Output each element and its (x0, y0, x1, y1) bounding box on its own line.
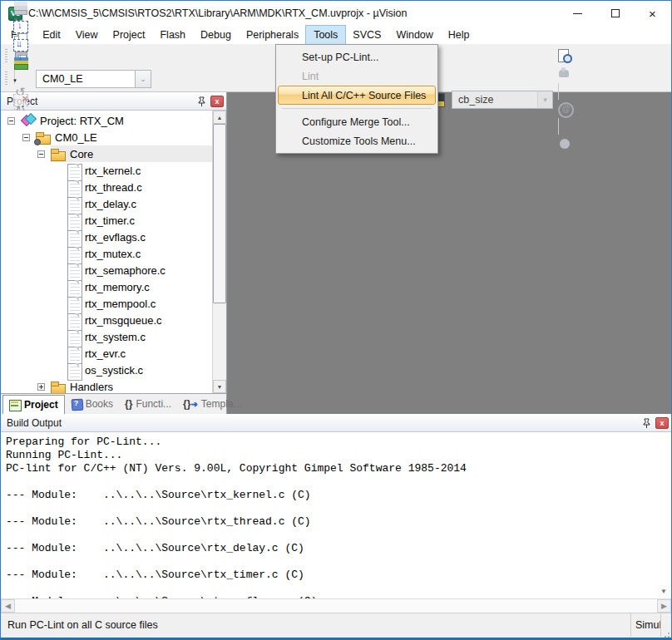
output-line (6, 475, 666, 489)
tab-project[interactable]: Project (2, 395, 65, 414)
tree-item-project-rtx-cm[interactable]: Project: RTX_CM (1, 112, 212, 129)
menu-peripherals[interactable]: Peripherals (239, 26, 306, 44)
gear-icon (34, 139, 41, 145)
output-line: --- Module: ..\..\..\Source\rtx_delay.c … (6, 542, 666, 555)
file-icon (66, 214, 81, 227)
menu-edit[interactable]: Edit (35, 26, 68, 44)
tree-item-rtx-evflags-c[interactable]: rtx_evflags.c (1, 229, 212, 245)
project-panel-close-button[interactable]: x (210, 96, 224, 107)
pin-icon[interactable] (639, 416, 654, 430)
toolbar-drag-handle[interactable] (5, 71, 7, 86)
tree-item-cm0-le[interactable]: CM0_LE (1, 129, 212, 145)
menu-flash[interactable]: Flash (152, 26, 193, 44)
build-icon (12, 18, 29, 33)
build-button[interactable] (11, 17, 31, 35)
tree-item-body: rtx_kernel.c (66, 162, 146, 179)
minimize-button[interactable] (559, 1, 596, 26)
close-button[interactable]: × (634, 1, 671, 26)
scroll-down-icon[interactable]: ▼ (213, 380, 226, 393)
menu-item-lint-all-c-c-source-files[interactable]: Lint All C/C++ Source Files (278, 86, 436, 105)
tree-item-handlers[interactable]: Handlers (1, 378, 212, 393)
file-icon (66, 230, 81, 244)
rebuild-button[interactable] (11, 35, 31, 53)
find-in-files-icon (556, 48, 573, 63)
tab-functi-[interactable]: {}Functi... (119, 394, 177, 414)
output-line: Preparing for PC-Lint... (6, 436, 666, 449)
uvision-window: V5 C:\W\CMSIS_5\CMSIS\RTOS2\RTX\Library\… (0, 0, 672, 640)
tree-scrollbar[interactable]: ▲ ▼ (212, 111, 226, 393)
batch-build-button[interactable] (11, 53, 31, 71)
menu-item-lint[interactable]: Lint (277, 66, 437, 86)
scroll-up-icon[interactable]: ▲ (213, 111, 226, 124)
batch-build-icon (12, 55, 29, 70)
maximize-button[interactable] (596, 1, 634, 26)
tree-item-rtx-semaphore-c[interactable]: rtx_semaphore.c (1, 262, 212, 278)
menu-window[interactable]: Window (388, 26, 440, 44)
tree-scrollbar-thumb[interactable] (213, 124, 226, 303)
tools-dropdown-menu: Set-up PC-Lint...LintLint All C/C++ Sour… (275, 44, 438, 154)
tree-item-rtx-system-c[interactable]: rtx_system.c (1, 328, 212, 345)
tree-item-rtx-timer-c[interactable]: rtx_timer.c (1, 212, 212, 229)
tree-item-rtx-kernel-c[interactable]: rtx_kernel.c (1, 162, 212, 179)
rebuild-icon (12, 37, 29, 52)
build-output-console[interactable]: Preparing for PC-Lint...Running PC-Lint.… (1, 432, 671, 598)
menu-item-configure-merge-tool[interactable]: Configure Merge Tool... (277, 112, 437, 131)
scroll-right-icon[interactable]: ▶ (657, 599, 671, 613)
tree-item-os-systick-c[interactable]: os_systick.c (1, 362, 212, 378)
tree-item-rtx-mutex-c[interactable]: rtx_mutex.c (1, 245, 212, 262)
find-text-combo[interactable]: cb_size ▾ (452, 91, 553, 109)
collapse-icon[interactable] (7, 117, 15, 125)
tree-item-body: os_systick.c (66, 362, 148, 378)
menu-svcs[interactable]: SVCS (345, 26, 388, 44)
maximize-icon (611, 9, 620, 17)
caret-down-button[interactable] (11, 71, 21, 90)
tree-item-label: rtx_msgqueue.c (85, 314, 162, 327)
tab-templa-[interactable]: {}➔Templa... (177, 394, 240, 414)
resize-grip[interactable] (661, 613, 671, 637)
tree-item-rtx-thread-c[interactable]: rtx_thread.c (1, 179, 212, 195)
menu-project[interactable]: Project (106, 26, 153, 44)
translate-button[interactable] (11, 0, 31, 17)
output-line (6, 582, 666, 595)
find-text-value: cb_size (452, 94, 537, 106)
tree-item-rtx-memory-c[interactable]: rtx_memory.c (1, 278, 212, 295)
title-bar[interactable]: V5 C:\W\CMSIS_5\CMSIS\RTOS2\RTX\Library\… (1, 1, 671, 26)
tree-item-rtx-mempool-c[interactable]: rtx_mempool.c (1, 295, 212, 312)
menu-view[interactable]: View (68, 26, 106, 44)
project-icon (9, 400, 21, 411)
toolbar-drag-handle[interactable] (5, 49, 7, 64)
braces-arrow-icon: {}➔ (183, 398, 198, 410)
build-output-hscrollbar[interactable]: ◀ ▶ (1, 598, 671, 613)
led-button[interactable] (555, 135, 575, 153)
scroll-down-icon[interactable]: ▼ (657, 585, 670, 598)
menu-item-set-up-pc-lint[interactable]: Set-up PC-Lint... (277, 47, 437, 66)
folder-gear-icon (36, 130, 51, 144)
collapse-icon[interactable] (37, 150, 45, 158)
collapse-icon[interactable] (22, 134, 30, 141)
tree-item-body: Core (51, 145, 212, 162)
menu-help[interactable]: Help (441, 26, 477, 44)
pin-icon[interactable] (194, 95, 209, 108)
expand-icon[interactable] (37, 383, 45, 391)
tree-item-core[interactable]: Core (1, 145, 212, 162)
tree-item-rtx-msgqueue-c[interactable]: rtx_msgqueue.c (1, 312, 212, 328)
tree-item-rtx-delay-c[interactable]: rtx_delay.c (1, 195, 212, 212)
build-output-close-button[interactable]: x (655, 417, 669, 429)
folder-icon (51, 380, 66, 393)
menu-debug[interactable]: Debug (193, 26, 239, 44)
tree-item-body: rtx_mutex.c (66, 245, 146, 262)
scroll-left-icon[interactable]: ◀ (1, 599, 15, 613)
tree-scrollbar-track[interactable] (213, 124, 226, 380)
tab-books[interactable]: Books (65, 394, 119, 414)
target-select-dropdown[interactable]: ⌄ (136, 70, 151, 88)
menu-item-customize-tools-menu[interactable]: Customize Tools Menu... (277, 131, 437, 150)
tree-item-rtx-evr-c[interactable]: rtx_evr.c (1, 345, 212, 362)
menu-tools[interactable]: Tools (306, 26, 345, 44)
output-line (6, 555, 666, 569)
target-select-combo[interactable]: CM0_LE (36, 70, 136, 88)
file-icon (66, 280, 81, 293)
find-in-files-button[interactable] (555, 47, 575, 65)
hscrollbar-track[interactable] (15, 599, 657, 613)
stop-build-button[interactable] (11, 90, 31, 108)
at-search-button[interactable] (555, 100, 575, 118)
